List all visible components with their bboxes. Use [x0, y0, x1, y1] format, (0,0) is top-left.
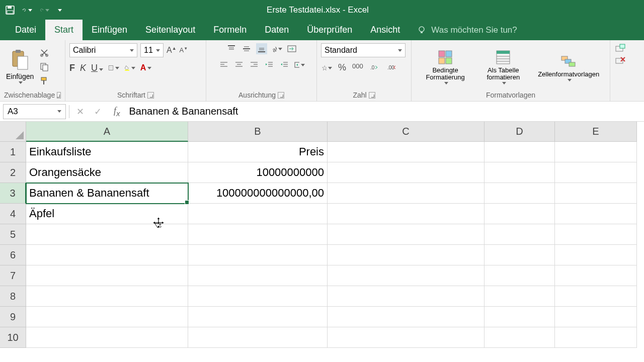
cell-C9[interactable] [328, 307, 485, 327]
cell-C4[interactable] [328, 204, 485, 224]
tab-datei[interactable]: Datei [6, 20, 45, 40]
cell-D9[interactable] [485, 307, 555, 327]
cell-B2[interactable]: 10000000000 [188, 162, 328, 183]
conditional-formatting-button[interactable]: Bedingte Formatierung [416, 49, 475, 85]
decrease-decimal-icon[interactable]: .00 [386, 62, 397, 73]
cell-C8[interactable] [328, 286, 485, 307]
cell-A8[interactable] [26, 286, 188, 307]
font-launcher-icon[interactable] [147, 92, 154, 99]
fill-color-icon[interactable] [124, 62, 135, 73]
cell-A7[interactable] [26, 265, 188, 286]
cell-C1[interactable] [328, 142, 485, 162]
orientation-icon[interactable]: ab [271, 43, 282, 54]
borders-icon[interactable] [108, 62, 119, 73]
row-header-4[interactable]: 4 [0, 204, 26, 224]
col-header-A[interactable]: A [26, 122, 188, 142]
percent-button[interactable]: % [338, 62, 346, 73]
tab-daten[interactable]: Daten [256, 20, 298, 40]
cell-B9[interactable] [188, 307, 328, 327]
select-all-corner[interactable] [0, 122, 26, 142]
align-center-icon[interactable] [233, 59, 245, 70]
cell-B3[interactable]: 100000000000000,00 [188, 183, 328, 204]
tab-ueberpruefen[interactable]: Überprüfen [298, 20, 361, 40]
row-header-7[interactable]: 7 [0, 265, 26, 286]
cell-E4[interactable] [555, 204, 637, 224]
tell-me-box[interactable]: Was möchten Sie tun? [409, 20, 525, 40]
cell-B4[interactable] [188, 204, 328, 224]
cell-B1[interactable]: Preis [188, 142, 328, 162]
accounting-format-icon[interactable]: ☆ [321, 62, 332, 73]
cell-A9[interactable] [26, 307, 188, 327]
align-middle-icon[interactable] [241, 43, 252, 54]
save-icon[interactable] [5, 5, 15, 15]
fx-icon[interactable]: fx [109, 106, 125, 118]
align-left-icon[interactable] [218, 59, 229, 70]
underline-button[interactable]: U [91, 63, 103, 73]
clipboard-launcher-icon[interactable] [57, 92, 61, 99]
cell-E10[interactable] [555, 327, 637, 348]
delete-cells-icon[interactable] [615, 56, 626, 65]
row-header-2[interactable]: 2 [0, 162, 26, 183]
shrink-font-icon[interactable]: A▼ [180, 46, 188, 54]
row-header-9[interactable]: 9 [0, 307, 26, 327]
cell-D10[interactable] [485, 327, 555, 348]
cell-A2[interactable]: Orangensäcke [26, 162, 188, 183]
cell-D4[interactable] [485, 204, 555, 224]
tab-ansicht[interactable]: Ansicht [361, 20, 409, 40]
cell-C7[interactable] [328, 265, 485, 286]
enter-icon[interactable]: ✓ [94, 106, 102, 117]
col-header-D[interactable]: D [485, 122, 555, 142]
cell-D7[interactable] [485, 265, 555, 286]
tab-einfuegen[interactable]: Einfügen [83, 20, 136, 40]
copy-icon[interactable] [39, 61, 50, 72]
cell-E7[interactable] [555, 265, 637, 286]
cell-D5[interactable] [485, 224, 555, 245]
increase-indent-icon[interactable] [279, 59, 290, 70]
number-format-select[interactable]: Standard [321, 43, 406, 57]
increase-decimal-icon[interactable]: .0 [369, 62, 380, 73]
cell-E9[interactable] [555, 307, 637, 327]
insert-cells-icon[interactable] [615, 43, 626, 52]
qat-customize-icon[interactable] [58, 9, 62, 12]
tab-seitenlayout[interactable]: Seitenlayout [136, 20, 204, 40]
align-launcher-icon[interactable] [278, 92, 284, 99]
redo-icon[interactable] [39, 5, 49, 15]
align-right-icon[interactable] [249, 59, 260, 70]
cell-D8[interactable] [485, 286, 555, 307]
row-header-6[interactable]: 6 [0, 245, 26, 265]
italic-button[interactable]: K [80, 63, 86, 73]
cut-icon[interactable] [39, 47, 50, 58]
row-header-3[interactable]: 3 [0, 183, 26, 204]
comma-style-button[interactable]: 000 [352, 62, 363, 73]
align-top-icon[interactable] [226, 43, 237, 54]
row-header-1[interactable]: 1 [0, 142, 26, 162]
paste-button[interactable]: Einfügen [4, 49, 36, 84]
cell-A4[interactable]: Äpfel [26, 204, 188, 224]
formula-input[interactable] [125, 106, 644, 117]
undo-icon[interactable] [22, 5, 32, 15]
tab-start[interactable]: Start [45, 20, 83, 40]
cell-C10[interactable] [328, 327, 485, 348]
col-header-B[interactable]: B [188, 122, 328, 142]
cell-D2[interactable] [485, 162, 555, 183]
cell-B10[interactable] [188, 327, 328, 348]
cell-B8[interactable] [188, 286, 328, 307]
cancel-icon[interactable]: ✕ [76, 106, 84, 117]
col-header-E[interactable]: E [555, 122, 637, 142]
merge-center-icon[interactable] [294, 59, 305, 70]
row-header-8[interactable]: 8 [0, 286, 26, 307]
col-header-C[interactable]: C [328, 122, 485, 142]
cell-C5[interactable] [328, 224, 485, 245]
align-bottom-icon[interactable] [256, 43, 267, 54]
row-header-10[interactable]: 10 [0, 327, 26, 348]
cell-D3[interactable] [485, 183, 555, 204]
format-painter-icon[interactable] [39, 75, 50, 86]
wrap-text-icon[interactable] [286, 43, 297, 54]
cell-C6[interactable] [328, 245, 485, 265]
font-name-select[interactable]: Calibri [69, 43, 137, 57]
cell-E2[interactable] [555, 162, 637, 183]
cell-B6[interactable] [188, 245, 328, 265]
cell-D1[interactable] [485, 142, 555, 162]
font-color-icon[interactable]: A [140, 62, 151, 73]
cell-A5[interactable] [26, 224, 188, 245]
